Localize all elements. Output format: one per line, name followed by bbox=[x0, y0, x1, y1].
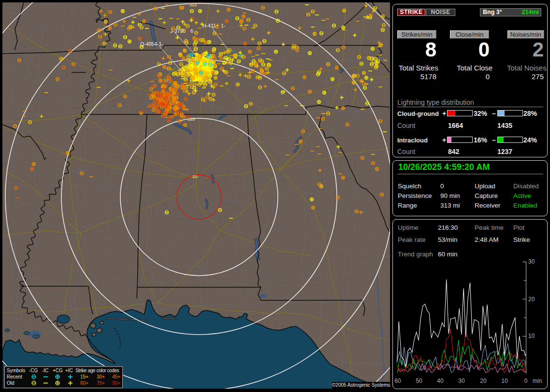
svg-text:1-: 1- bbox=[221, 23, 226, 28]
svg-text:40: 40 bbox=[437, 378, 444, 384]
svg-text:60: 60 bbox=[394, 378, 401, 384]
svg-text:31-: 31- bbox=[192, 174, 199, 179]
svg-text:H-411: H-411 bbox=[203, 23, 216, 28]
svg-text:-125: -125 bbox=[186, 117, 195, 122]
svg-text:min: min bbox=[533, 378, 542, 384]
svg-text:10: 10 bbox=[501, 378, 508, 384]
svg-text:30: 30 bbox=[528, 258, 535, 265]
svg-text:20: 20 bbox=[528, 296, 535, 303]
svg-text:6: 6 bbox=[190, 28, 193, 34]
svg-text:313: 313 bbox=[189, 2, 197, 7]
svg-text:+: + bbox=[187, 28, 189, 34]
svg-text:20: 20 bbox=[480, 378, 487, 384]
svg-text:Q-4054-1-: Q-4054-1- bbox=[140, 41, 163, 47]
svg-text:10: 10 bbox=[528, 333, 535, 339]
svg-text:30: 30 bbox=[458, 378, 465, 384]
svg-text:50: 50 bbox=[416, 378, 422, 384]
svg-text:0: 0 bbox=[524, 378, 528, 384]
